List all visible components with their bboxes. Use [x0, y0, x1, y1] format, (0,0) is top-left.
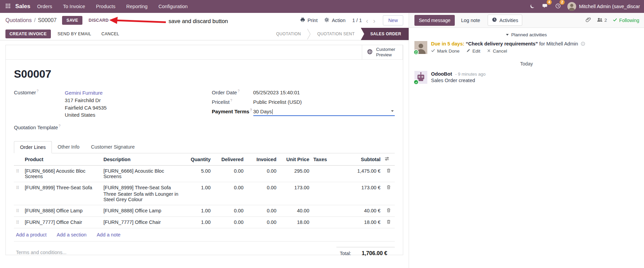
attachments-button[interactable] [586, 17, 591, 23]
planned-activities-toggle[interactable]: Planned activities [409, 32, 644, 37]
col-quantity[interactable]: Quantity [183, 153, 213, 166]
step-quotation[interactable]: QUOTATION [270, 28, 307, 40]
message-author[interactable]: OdooBot [431, 71, 452, 77]
send-message-button[interactable]: Send message [414, 15, 455, 26]
cell-invoiced[interactable]: 0.00 [246, 166, 278, 182]
cell-description[interactable]: [FURN_8888] Office Lamp [101, 205, 183, 217]
nav-item-reporting[interactable]: Reporting [126, 4, 148, 9]
cell-product[interactable]: [FURN_7777] Office Chair [23, 217, 101, 228]
user-menu[interactable]: Mitchell Admin (save_discar [567, 2, 640, 11]
cell-description[interactable]: [FURN_7777] Office Chair [101, 217, 183, 228]
send-by-email-button[interactable]: SEND BY EMAIL [54, 30, 95, 38]
print-button[interactable]: Print [300, 17, 318, 23]
cell-unit-price[interactable]: 295.00 [278, 166, 311, 182]
terms-and-conditions-placeholder[interactable]: Terms and conditions... [14, 250, 66, 255]
tab-other-info[interactable]: Other Info [52, 141, 85, 153]
help-icon: ? [37, 89, 39, 93]
cell-unit-price[interactable]: 40.00 [278, 205, 311, 217]
new-button[interactable]: New [383, 15, 403, 25]
order-date-value[interactable]: 05/25/2023 15:40:01 [253, 90, 300, 95]
payment-terms-input[interactable]: 30 Days [253, 109, 395, 116]
activities-tab-button[interactable]: Activities [488, 15, 522, 26]
help-icon: ? [250, 108, 252, 112]
drag-handle-icon[interactable]: ⠿ [16, 185, 19, 190]
create-invoice-button[interactable]: CREATE INVOICE [5, 30, 51, 38]
step-sales-order[interactable]: SALES ORDER [361, 28, 409, 40]
cell-taxes[interactable] [311, 182, 333, 205]
cell-product[interactable]: [FURN_6666] Acoustic Bloc Screens [23, 166, 101, 182]
cell-product[interactable]: [FURN_8888] Office Lamp [23, 205, 101, 217]
dark-mode-toggle[interactable] [529, 3, 536, 11]
customer-preview-button[interactable]: Customer Preview [362, 45, 403, 59]
drag-handle-icon[interactable]: ⠿ [16, 169, 19, 174]
cell-quantity[interactable]: 1.00 [183, 205, 213, 217]
pager-next-icon[interactable]: › [372, 17, 376, 24]
delete-row-button[interactable] [383, 182, 395, 205]
pager-previous-icon[interactable]: ‹ [365, 17, 369, 24]
nav-item-orders[interactable]: Orders [37, 4, 52, 9]
followers-button[interactable]: 2 [597, 17, 607, 23]
cell-taxes[interactable] [311, 205, 333, 217]
add-a-product-link[interactable]: Add a product [16, 232, 46, 237]
action-button[interactable]: Action [324, 17, 345, 23]
discard-button[interactable]: DISCARD [86, 16, 111, 25]
col-subtotal[interactable]: Subtotal [333, 153, 383, 166]
cell-unit-price[interactable]: 18.00 [278, 217, 311, 228]
cell-description[interactable]: [FURN_6666] Acoustic Bloc Screens [101, 166, 183, 182]
add-a-note-link[interactable]: Add a note [97, 232, 120, 237]
statusbar: CREATE INVOICE SEND BY EMAIL CANCEL QUOT… [0, 28, 409, 40]
tab-customer-signature[interactable]: Customer Signature [85, 141, 140, 153]
cancel-activity-button[interactable]: Cancel [487, 49, 507, 54]
delete-row-button[interactable] [383, 217, 395, 228]
cancel-button[interactable]: CANCEL [98, 30, 123, 38]
cell-invoiced[interactable]: 0.00 [246, 182, 278, 205]
cell-unit-price[interactable]: 173.00 [278, 182, 311, 205]
quotation-template-field[interactable]: Quotation Template? [14, 124, 197, 130]
cell-delivered[interactable]: 0.00 [213, 205, 246, 217]
nav-item-configuration[interactable]: Configuration [158, 4, 188, 9]
cell-delivered[interactable]: 0.00 [213, 182, 246, 205]
messages-button[interactable]: 4 [542, 2, 549, 11]
edit-activity-button[interactable]: Edit [466, 49, 480, 54]
cell-taxes[interactable] [311, 166, 333, 182]
col-unit-price[interactable]: Unit Price [278, 153, 311, 166]
mark-done-button[interactable]: Mark Done [431, 49, 460, 54]
cell-quantity[interactable]: 1.00 [183, 217, 213, 228]
activities-nav-button[interactable]: 2 [554, 2, 562, 11]
add-a-section-link[interactable]: Add a section [57, 232, 86, 237]
cell-quantity[interactable]: 5.00 [183, 166, 213, 182]
nav-item-to-invoice[interactable]: To Invoice [63, 4, 85, 9]
pager-value[interactable]: 1 / 1 [352, 18, 362, 23]
delete-row-button[interactable] [383, 166, 395, 182]
cell-product[interactable]: [FURN_8999] Three-Seat Sofa [23, 182, 101, 205]
col-delivered[interactable]: Delivered [213, 153, 246, 166]
cell-delivered[interactable]: 0.00 [213, 217, 246, 228]
col-taxes[interactable]: Taxes [311, 153, 333, 166]
cell-description[interactable]: [FURN_8999] Three-Seat Sofa Three Seater… [101, 182, 183, 205]
nav-item-products[interactable]: Products [96, 4, 115, 9]
log-note-button[interactable]: Log note [461, 18, 480, 23]
drag-handle-icon[interactable]: ⠿ [16, 220, 19, 225]
dropdown-caret-icon[interactable] [391, 110, 394, 112]
info-icon[interactable] [581, 41, 585, 46]
cell-delivered[interactable]: 0.00 [213, 166, 246, 182]
following-button[interactable]: Following [613, 18, 639, 23]
tab-order-lines[interactable]: Order Lines [14, 141, 52, 153]
cell-taxes[interactable] [311, 217, 333, 228]
cell-invoiced[interactable]: 0.00 [246, 217, 278, 228]
drag-handle-icon[interactable]: ⠿ [16, 208, 19, 213]
col-invoiced[interactable]: Invoiced [246, 153, 278, 166]
app-brand[interactable]: Sales [15, 3, 30, 10]
apps-menu-button[interactable] [4, 2, 12, 11]
step-quotation-sent[interactable]: QUOTATION SENT [311, 28, 361, 40]
delete-row-button[interactable] [383, 205, 395, 217]
cell-quantity[interactable]: 1.00 [183, 182, 213, 205]
optional-columns-button[interactable] [383, 153, 395, 166]
pricelist-value[interactable]: Public Pricelist (USD) [253, 99, 302, 105]
customer-name-link[interactable]: Gemini Furniture [65, 90, 103, 96]
cell-invoiced[interactable]: 0.00 [246, 205, 278, 217]
save-button[interactable]: SAVE [62, 16, 82, 25]
breadcrumb-quotations-link[interactable]: Quotations [5, 17, 32, 23]
col-description[interactable]: Description [101, 153, 183, 166]
col-product[interactable]: Product [23, 153, 101, 166]
